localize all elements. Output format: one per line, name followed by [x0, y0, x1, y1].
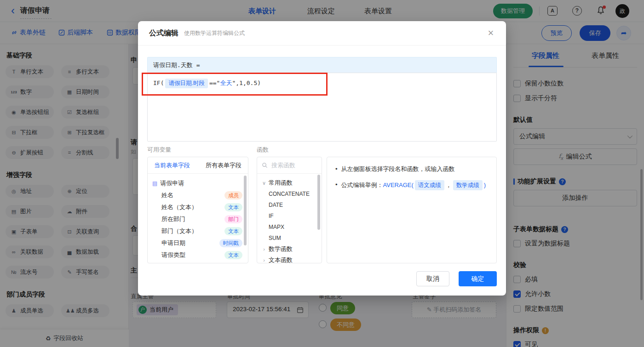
help-content: • 从左侧面板选择字段名和函数，或输入函数 • 公式编辑举例：AVERAGE(语… [327, 157, 496, 204]
confirm-button[interactable]: 确定 [459, 271, 497, 286]
example-arg-chip-1: 语文成绩 [415, 180, 444, 191]
functions-label: 函数 [257, 146, 269, 154]
modal-header: 公式编辑 使用数学运算符编辑公式 × [138, 21, 506, 46]
function-concatenate[interactable]: CONCATENATE [262, 188, 317, 199]
functions-scrollbar-thumb[interactable] [317, 175, 320, 230]
formula-string-value: 全天 [220, 80, 232, 86]
type-badge-dept: 部门 [224, 215, 242, 223]
variable-row-department-text[interactable]: 部门（文本）文本 [152, 225, 243, 237]
caret-open-icon: ∨ [262, 180, 266, 186]
close-icon[interactable]: × [485, 27, 497, 39]
variable-row-name[interactable]: 姓名成员 [152, 189, 243, 201]
example-arg-chip-2: 数学成绩 [453, 180, 483, 191]
help-panel: • 从左侧面板选择字段名和函数，或输入函数 • 公式编辑举例：AVERAGE(语… [327, 157, 497, 263]
function-list: ∨常用函数 CONCATENATE DATE IF MAPX SUM ›数学函数… [257, 174, 322, 263]
type-badge-text: 文本 [224, 251, 242, 259]
function-mapx[interactable]: MAPX [262, 222, 317, 233]
caret-closed-icon: › [262, 246, 266, 252]
type-badge-text: 文本 [224, 227, 242, 235]
help-example: 公式编辑举例：AVERAGE(语文成绩，数学成绩) [341, 180, 486, 191]
variables-list: ▤ 请假申请 姓名成员 姓名（文本）文本 所在部门部门 部门（文本）文本 申请日… [148, 174, 248, 261]
example-function-name: AVERAGE( [383, 182, 414, 188]
formula-editor-area[interactable]: IF(请假日期.时段=="全天",1,0.5) [147, 73, 497, 142]
type-badge-timestamp: 时间戳 [219, 239, 243, 247]
variable-row-leave-type[interactable]: 请假类型文本 [152, 249, 243, 261]
modal-subtitle: 使用数学运算符编辑公式 [184, 29, 245, 37]
bullet-dot: • [335, 180, 338, 191]
form-doc-icon: ▤ [152, 180, 157, 187]
function-date[interactable]: DATE [262, 199, 317, 210]
function-if[interactable]: IF [262, 210, 317, 222]
variable-row-apply-date[interactable]: 申请日期时间戳 [152, 237, 243, 249]
variable-row-department[interactable]: 所在部门部门 [152, 213, 243, 225]
type-badge-text: 文本 [224, 203, 242, 211]
formula-editor-modal: 公式编辑 使用数学运算符编辑公式 × 请假日期.天数 = IF(请假日期.时段=… [138, 21, 506, 296]
formula-operator: ==" [209, 80, 220, 86]
type-badge-member: 成员 [224, 191, 242, 199]
function-search-input[interactable] [270, 161, 312, 169]
group-math-functions[interactable]: ›数学函数 [262, 244, 317, 255]
function-sum[interactable]: SUM [262, 233, 317, 244]
group-common-functions[interactable]: ∨常用函数 [262, 177, 317, 188]
formula-suffix: ",1,0.5) [232, 80, 261, 86]
functions-panel: ∨常用函数 CONCATENATE DATE IF MAPX SUM ›数学函数… [257, 157, 322, 263]
formula-target: 请假日期.天数 = [147, 57, 497, 73]
variables-label: 可用变量 [147, 146, 171, 154]
variables-scrollbar-thumb[interactable] [244, 176, 247, 245]
variables-tabs: 当前表单字段 所有表单字段 [148, 157, 248, 174]
formula-prefix: IF( [153, 80, 164, 86]
tab-current-form-fields[interactable]: 当前表单字段 [154, 161, 190, 170]
variables-root-node[interactable]: ▤ 请假申请 [152, 177, 243, 189]
modal-title: 公式编辑 [149, 28, 178, 38]
caret-closed-icon: › [262, 257, 266, 263]
variables-panel: 当前表单字段 所有表单字段 ▤ 请假申请 姓名成员 姓名（文本）文本 所在部门部… [147, 157, 248, 263]
tab-all-form-fields[interactable]: 所有表单字段 [206, 161, 242, 170]
field-chip[interactable]: 请假日期.时段 [165, 79, 207, 88]
search-icon [262, 162, 268, 168]
variable-row-name-text[interactable]: 姓名（文本）文本 [152, 201, 243, 213]
bullet-dot: • [335, 165, 338, 174]
help-bullet-2: • 公式编辑举例：AVERAGE(语文成绩，数学成绩) [335, 180, 488, 191]
group-text-functions[interactable]: ›文本函数 [262, 255, 317, 263]
cancel-button[interactable]: 取消 [416, 271, 449, 286]
app-root: ‹ 请假申请 表单设计 流程设定 表单设置 数据管理 A ? 政 表单外链 后端… [0, 0, 644, 347]
function-search [257, 157, 322, 174]
help-bullet-1: • 从左侧面板选择字段名和函数，或输入函数 [335, 165, 488, 174]
